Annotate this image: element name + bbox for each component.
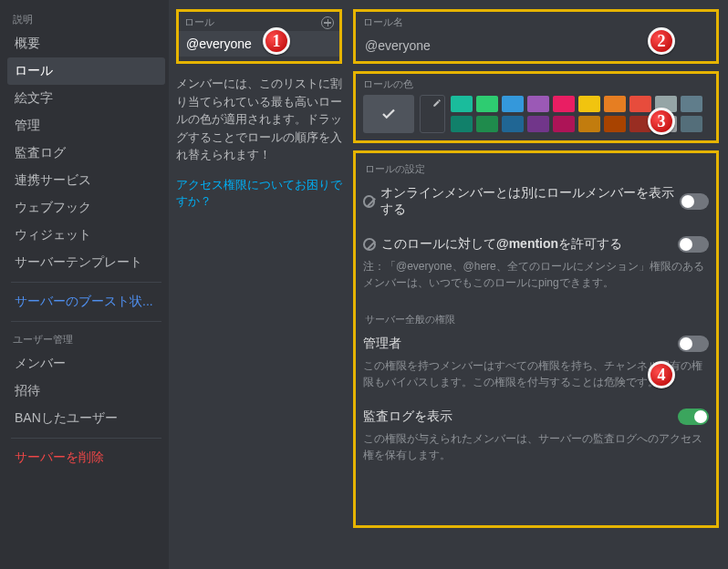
sidebar-item-roles[interactable]: ロール bbox=[7, 57, 165, 85]
settings-sidebar: 説明 概要 ロール 絵文字 管理 監査ログ 連携サービス ウェブフック ウィジェ… bbox=[0, 0, 169, 569]
sidebar-item-widget[interactable]: ウィジェット bbox=[7, 222, 165, 249]
perm-view-audit-log: 監査ログを表示 この権限が与えられたメンバーは、サーバーの監査ログへのアクセス権… bbox=[363, 409, 709, 463]
color-swatch[interactable] bbox=[527, 96, 549, 112]
color-swatch[interactable] bbox=[553, 116, 575, 132]
permissions-help-link[interactable]: アクセス権限についてお困りですか？ bbox=[176, 177, 342, 210]
add-role-icon[interactable] bbox=[321, 16, 334, 29]
prohibit-icon bbox=[363, 238, 376, 251]
role-list-box: ロール @everyone bbox=[176, 9, 342, 64]
perm-desc: この権限が与えられたメンバーは、サーバーの監査ログへのアクセス権を保有します。 bbox=[363, 430, 709, 463]
sidebar-item-moderation[interactable]: 管理 bbox=[7, 112, 165, 140]
color-swatch[interactable] bbox=[502, 96, 524, 112]
roles-column: ロール @everyone メンバーには、このリストに割り当てられている最も高い… bbox=[169, 0, 351, 569]
sidebar-item-members[interactable]: メンバー bbox=[7, 350, 165, 378]
section-title-role-settings: ロールの設定 bbox=[365, 162, 707, 176]
role-list-item-label: @everyone bbox=[186, 36, 252, 51]
perm-label: このロールに対して@mentionを許可する bbox=[381, 236, 622, 253]
annotation-badge-4: 4 bbox=[648, 361, 675, 388]
color-swatch[interactable] bbox=[451, 96, 473, 112]
prohibit-icon bbox=[363, 195, 375, 208]
annotation-badge-3: 3 bbox=[648, 108, 675, 135]
divider bbox=[11, 438, 161, 439]
color-swatch[interactable] bbox=[476, 96, 498, 112]
sidebar-item-delete-server[interactable]: サーバーを削除 bbox=[7, 444, 165, 471]
toggle-allow-mention[interactable] bbox=[678, 236, 709, 253]
perm-label: 管理者 bbox=[363, 336, 401, 352]
pencil-icon bbox=[432, 98, 442, 108]
color-swatch[interactable] bbox=[451, 116, 473, 132]
sidebar-item-emoji[interactable]: 絵文字 bbox=[7, 85, 165, 112]
sidebar-item-boost[interactable]: サーバーのブースト状... bbox=[7, 288, 165, 316]
sidebar-section-label: 説明 bbox=[7, 9, 165, 30]
sidebar-item-invites[interactable]: 招待 bbox=[7, 378, 165, 405]
color-swatch[interactable] bbox=[578, 116, 600, 132]
color-default-swatch[interactable] bbox=[363, 95, 414, 133]
role-editor: ロール名 ロールの色 ロールの設定 bbox=[351, 0, 728, 569]
custom-color-picker[interactable] bbox=[420, 95, 445, 133]
color-swatch[interactable] bbox=[604, 96, 626, 112]
toggle-display-separately[interactable] bbox=[680, 193, 709, 210]
role-color-label: ロールの色 bbox=[363, 78, 709, 91]
perm-display-separately: オンラインメンバーとは別にロールメンバーを表示する bbox=[363, 185, 709, 218]
divider bbox=[11, 282, 161, 283]
color-swatch[interactable] bbox=[476, 116, 498, 132]
sidebar-item-template[interactable]: サーバーテンプレート bbox=[7, 249, 165, 276]
sidebar-item-integrations[interactable]: 連携サービス bbox=[7, 167, 165, 194]
role-list-heading: ロール bbox=[184, 16, 214, 29]
color-swatch[interactable] bbox=[527, 116, 549, 132]
section-title-general-perms: サーバー全般の権限 bbox=[365, 313, 707, 326]
sidebar-item-audit-log[interactable]: 監査ログ bbox=[7, 140, 165, 167]
annotation-badge-1: 1 bbox=[263, 27, 290, 55]
color-swatch[interactable] bbox=[502, 116, 524, 132]
color-swatch[interactable] bbox=[681, 96, 702, 112]
role-list-hint: メンバーには、このリストに割り当てられている最も高いロールの色が適用されます。ド… bbox=[176, 75, 342, 164]
annotation-badge-2: 2 bbox=[648, 27, 675, 55]
color-swatch[interactable] bbox=[578, 96, 600, 112]
color-swatch[interactable] bbox=[553, 96, 575, 112]
sidebar-section-label: ユーザー管理 bbox=[7, 329, 165, 350]
sidebar-item-webhooks[interactable]: ウェブフック bbox=[7, 194, 165, 222]
color-swatch[interactable] bbox=[629, 96, 651, 112]
perm-allow-mention: このロールに対して@mentionを許可する 注：「@everyone、@her… bbox=[363, 236, 709, 291]
divider bbox=[11, 321, 161, 322]
role-list-item-everyone[interactable]: @everyone bbox=[179, 31, 339, 57]
color-swatch[interactable] bbox=[681, 116, 702, 132]
role-settings-box: ロールの設定 オンラインメンバーとは別にロールメンバーを表示する このロールに対… bbox=[353, 150, 719, 528]
perm-label: オンラインメンバーとは別にロールメンバーを表示する bbox=[380, 185, 680, 218]
check-icon bbox=[380, 106, 397, 122]
sidebar-item-overview[interactable]: 概要 bbox=[7, 30, 165, 57]
perm-label: 監査ログを表示 bbox=[363, 409, 452, 425]
color-swatch[interactable] bbox=[604, 116, 626, 132]
toggle-administrator[interactable] bbox=[678, 336, 709, 352]
toggle-view-audit-log[interactable] bbox=[678, 409, 709, 425]
perm-desc: 注：「@everyone、@here、全てのロールにメンション」権限のあるメンバ… bbox=[363, 258, 709, 291]
sidebar-item-bans[interactable]: BANしたユーザー bbox=[7, 405, 165, 432]
